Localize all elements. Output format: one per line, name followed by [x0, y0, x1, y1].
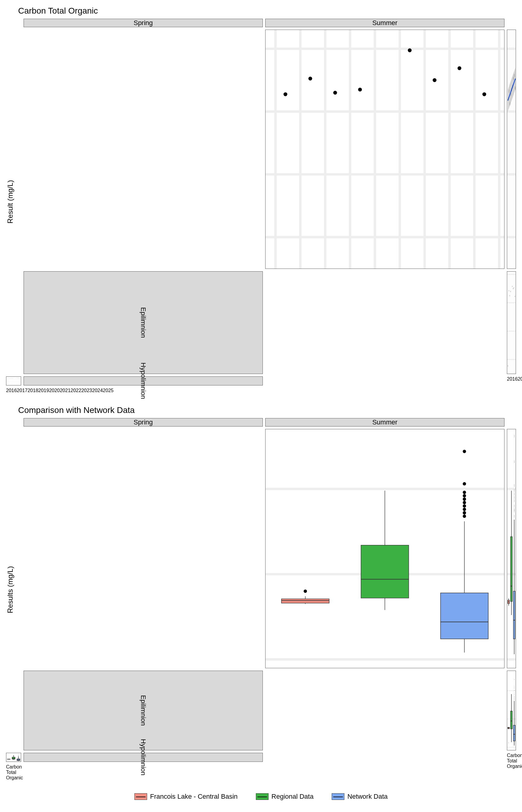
- col-strip-spring: Spring: [24, 19, 263, 27]
- svg-rect-153: [510, 711, 512, 729]
- svg-point-114: [463, 491, 466, 494]
- svg-point-98: [304, 590, 307, 593]
- legend-item: Francois Lake - Central Basin: [135, 793, 238, 800]
- svg-rect-126: [510, 537, 512, 602]
- svg-point-107: [463, 514, 466, 518]
- bp-x-summer: Carbon Total Organic: [6, 764, 21, 780]
- bp-row-hypo: Hypolimnion: [24, 753, 263, 762]
- bp-row-epi: Epilimnion: [24, 671, 263, 750]
- bp-col-spring: Spring: [24, 418, 263, 427]
- legend-item: Network Data: [332, 793, 387, 800]
- svg-point-18: [408, 48, 412, 52]
- scatter-grid: Result (mg/L) Spring Summer Epilimnion H…: [6, 19, 516, 393]
- bp-panel-summer-hypo: [6, 753, 21, 762]
- boxplot-y-label: Results (mg/L): [6, 429, 21, 750]
- scatter-title: Carbon Total Organic: [18, 6, 516, 16]
- svg-rect-105: [440, 593, 488, 639]
- svg-point-17: [358, 87, 362, 92]
- x-ticks-summer: 2016201720182019202020212022202320242025: [6, 388, 21, 393]
- bp-panel-summer-epi: [507, 429, 516, 668]
- svg-point-21: [482, 93, 486, 96]
- panel-summer-epi: [507, 29, 516, 269]
- svg-rect-130: [514, 591, 515, 639]
- svg-rect-101: [361, 545, 409, 598]
- svg-point-16: [333, 91, 337, 95]
- svg-point-116: [463, 450, 466, 453]
- svg-rect-157: [514, 725, 515, 741]
- svg-point-115: [463, 482, 466, 485]
- col-strip-summer: Summer: [265, 19, 504, 27]
- boxplot-grid: Results (mg/L) Spring Summer Epilimnion …: [6, 418, 516, 780]
- legend-item: Regional Data: [256, 793, 314, 800]
- bp-panel-spring-epi: [265, 429, 504, 668]
- panel-summer-hypo: [6, 377, 21, 385]
- panel-spring-hypo: [507, 271, 516, 374]
- bp-panel-spring-hypo: [507, 671, 516, 750]
- svg-point-111: [463, 501, 466, 504]
- svg-point-109: [463, 508, 466, 511]
- svg-point-14: [284, 93, 287, 96]
- svg-point-19: [433, 78, 437, 82]
- bp-col-summer: Summer: [265, 418, 504, 427]
- svg-point-113: [463, 494, 466, 498]
- panel-spring-epi: [265, 29, 504, 269]
- x-ticks-spring: 2016201720182019202020212022202320242025: [507, 377, 516, 385]
- svg-point-110: [463, 504, 466, 508]
- svg-point-112: [463, 498, 466, 501]
- boxplot-legend: Francois Lake - Central Basin Regional D…: [6, 793, 516, 800]
- svg-point-20: [458, 66, 462, 70]
- svg-point-108: [463, 511, 466, 514]
- bp-x-spring: Carbon Total Organic: [507, 753, 516, 762]
- boxplot-title: Comparison with Network Data: [18, 405, 516, 415]
- row-strip-epi: Epilimnion: [24, 271, 263, 374]
- row-strip-hypo: Hypolimnion: [24, 377, 263, 385]
- scatter-y-label: Result (mg/L): [6, 29, 21, 374]
- svg-rect-96: [282, 599, 329, 603]
- svg-point-15: [308, 77, 313, 81]
